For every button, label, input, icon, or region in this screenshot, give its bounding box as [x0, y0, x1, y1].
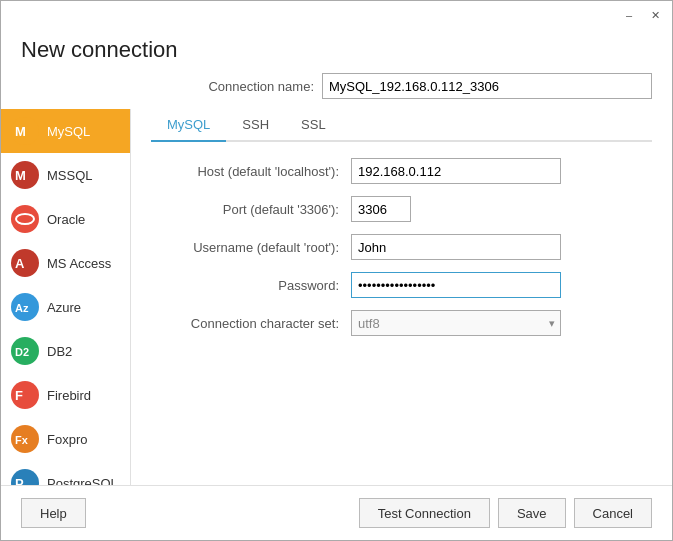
charset-label: Connection character set:	[151, 316, 351, 331]
sidebar-item-db2[interactable]: D2DB2	[1, 329, 130, 373]
sidebar-item-label-firebird: Firebird	[47, 388, 91, 403]
ms-access-icon: A	[11, 249, 39, 277]
sidebar-item-ms-access[interactable]: AMS Access	[1, 241, 130, 285]
port-input[interactable]	[351, 196, 411, 222]
mssql-icon: M	[11, 161, 39, 189]
test-connection-button[interactable]: Test Connection	[359, 498, 490, 528]
connection-name-label: Connection name:	[208, 79, 314, 94]
host-label: Host (default 'localhost'):	[151, 164, 351, 179]
svg-text:M: M	[15, 168, 26, 183]
tab-ssl[interactable]: SSL	[285, 109, 342, 142]
footer-right: Test Connection Save Cancel	[359, 498, 652, 528]
close-button[interactable]: ✕	[644, 6, 666, 24]
host-input[interactable]	[351, 158, 561, 184]
password-input[interactable]	[351, 272, 561, 298]
sidebar-item-label-azure: Azure	[47, 300, 81, 315]
main-window: – ✕ New connection Connection name: MMyS…	[0, 0, 673, 541]
sidebar-item-firebird[interactable]: FFirebird	[1, 373, 130, 417]
charset-row: Connection character set: utf8latin1utf1…	[151, 310, 652, 336]
sidebar-item-foxpro[interactable]: FxFoxpro	[1, 417, 130, 461]
tab-mysql[interactable]: MySQL	[151, 109, 226, 142]
sidebar-item-postgresql[interactable]: PPostgreSQL	[1, 461, 130, 485]
connection-name-row: Connection name:	[1, 73, 672, 109]
sidebar-item-azure[interactable]: AzAzure	[1, 285, 130, 329]
right-panel: MySQLSSHSSL Host (default 'localhost'): …	[131, 109, 672, 485]
sidebar: MMySQLMMSSQLOracleAMS AccessAzAzureD2DB2…	[1, 109, 131, 485]
svg-text:P: P	[15, 476, 24, 485]
svg-text:D2: D2	[15, 346, 29, 358]
title-bar-buttons: – ✕	[618, 6, 666, 24]
password-row: Password:	[151, 272, 652, 298]
minimize-button[interactable]: –	[618, 6, 640, 24]
sidebar-item-mysql[interactable]: MMySQL	[1, 109, 130, 153]
footer: Help Test Connection Save Cancel	[1, 485, 672, 540]
svg-text:Fx: Fx	[15, 434, 29, 446]
sidebar-item-mssql[interactable]: MMSSQL	[1, 153, 130, 197]
sidebar-item-label-mssql: MSSQL	[47, 168, 93, 183]
firebird-icon: F	[11, 381, 39, 409]
svg-point-2	[16, 214, 34, 224]
host-row: Host (default 'localhost'):	[151, 158, 652, 184]
port-row: Port (default '3306'):	[151, 196, 652, 222]
postgresql-icon: P	[11, 469, 39, 485]
azure-icon: Az	[11, 293, 39, 321]
main-content: MMySQLMMSSQLOracleAMS AccessAzAzureD2DB2…	[1, 109, 672, 485]
title-bar: – ✕	[1, 1, 672, 29]
sidebar-item-label-oracle: Oracle	[47, 212, 85, 227]
foxpro-icon: Fx	[11, 425, 39, 453]
page-title: New connection	[1, 29, 672, 73]
save-button[interactable]: Save	[498, 498, 566, 528]
sidebar-item-label-ms-access: MS Access	[47, 256, 111, 271]
mysql-icon: M	[11, 117, 39, 145]
db2-icon: D2	[11, 337, 39, 365]
port-label: Port (default '3306'):	[151, 202, 351, 217]
form-area: Host (default 'localhost'): Port (defaul…	[151, 158, 652, 485]
svg-text:A: A	[15, 256, 25, 271]
connection-name-input[interactable]	[322, 73, 652, 99]
footer-left: Help	[21, 498, 86, 528]
charset-select-wrap: utf8latin1utf16ascii ▾	[351, 310, 561, 336]
sidebar-item-oracle[interactable]: Oracle	[1, 197, 130, 241]
svg-text:F: F	[15, 388, 23, 403]
oracle-icon	[11, 205, 39, 233]
svg-text:M: M	[15, 124, 26, 139]
cancel-button[interactable]: Cancel	[574, 498, 652, 528]
help-button[interactable]: Help	[21, 498, 86, 528]
password-label: Password:	[151, 278, 351, 293]
user-row: Username (default 'root'):	[151, 234, 652, 260]
sidebar-item-label-mysql: MySQL	[47, 124, 90, 139]
sidebar-item-label-db2: DB2	[47, 344, 72, 359]
sidebar-item-label-postgresql: PostgreSQL	[47, 476, 118, 486]
tab-ssh[interactable]: SSH	[226, 109, 285, 142]
sidebar-item-label-foxpro: Foxpro	[47, 432, 87, 447]
username-input[interactable]	[351, 234, 561, 260]
tabs: MySQLSSHSSL	[151, 109, 652, 142]
user-label: Username (default 'root'):	[151, 240, 351, 255]
charset-select[interactable]: utf8latin1utf16ascii	[351, 310, 561, 336]
svg-text:Az: Az	[15, 302, 29, 314]
